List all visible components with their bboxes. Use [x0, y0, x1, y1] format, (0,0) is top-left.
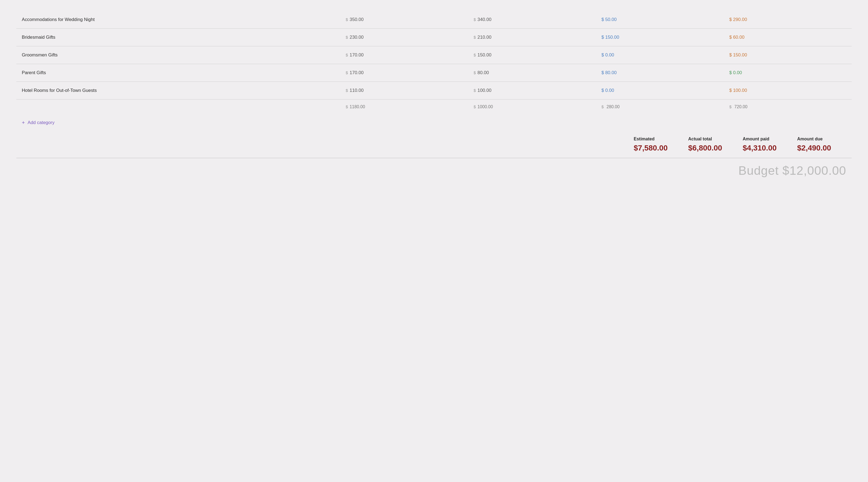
budget-total-section: Budget $12,000.00: [17, 158, 851, 180]
dollar-icon: $: [346, 35, 348, 39]
row-due: $ 150.00: [724, 46, 851, 64]
summary-col-label: Amount paid: [743, 137, 786, 141]
row-paid: $ 50.00: [596, 11, 723, 29]
row-due: $ 60.00: [724, 29, 851, 46]
summary-col-label: Amount due: [797, 137, 841, 141]
total-actual: $1000.00: [468, 100, 596, 114]
dollar-icon: $: [346, 88, 348, 93]
dollar-icon: $: [473, 53, 476, 57]
row-estimated: $110.00: [340, 82, 468, 100]
row-actual: $80.00: [468, 64, 596, 82]
summary-col-value: $7,580.00: [634, 144, 677, 152]
totals-row: $1180.00 $1000.00 $ 280.00 $ 720.00: [17, 100, 851, 114]
total-estimated: $1180.00: [340, 100, 468, 114]
summary-col-label: Actual total: [688, 137, 732, 141]
dollar-icon: $: [346, 70, 348, 75]
row-name: Accommodations for Wedding Night: [17, 11, 340, 29]
table-row: Hotel Rooms for Out-of-Town Guests $110.…: [17, 82, 851, 100]
table-row: Parent Gifts $170.00 $80.00 $ 80.00 $ 0.…: [17, 64, 851, 82]
row-paid: $ 150.00: [596, 29, 723, 46]
dollar-icon: $: [473, 17, 476, 22]
row-actual: $150.00: [468, 46, 596, 64]
summary-section: Estimated $7,580.00 Actual total $6,800.…: [17, 129, 851, 155]
budget-total: Budget $12,000.00: [738, 164, 846, 177]
dollar-icon: $: [473, 88, 476, 93]
summary-col-1: Actual total $6,800.00: [683, 137, 737, 152]
row-name: Bridesmaid Gifts: [17, 29, 340, 46]
dollar-icon: $: [473, 35, 476, 39]
row-estimated: $170.00: [340, 46, 468, 64]
row-name: Groomsmen Gifts: [17, 46, 340, 64]
total-paid: $ 280.00: [596, 100, 723, 114]
row-due: $ 100.00: [724, 82, 851, 100]
table-row: Accommodations for Wedding Night $350.00…: [17, 11, 851, 29]
plus-icon: +: [22, 120, 25, 126]
row-actual: $100.00: [468, 82, 596, 100]
row-actual: $210.00: [468, 29, 596, 46]
row-paid: $ 80.00: [596, 64, 723, 82]
dollar-icon: $: [346, 17, 348, 22]
summary-col-value: $4,310.00: [743, 144, 786, 152]
summary-col-0: Estimated $7,580.00: [628, 137, 683, 152]
dollar-icon: $: [346, 53, 348, 57]
row-name: Hotel Rooms for Out-of-Town Guests: [17, 82, 340, 100]
total-due: $ 720.00: [724, 100, 851, 114]
summary-col-value: $2,490.00: [797, 144, 841, 152]
add-category-button[interactable]: + Add category: [17, 114, 851, 129]
row-due: $ 0.00: [724, 64, 851, 82]
row-estimated: $170.00: [340, 64, 468, 82]
row-name: Parent Gifts: [17, 64, 340, 82]
table-row: Bridesmaid Gifts $230.00 $210.00 $ 150.0…: [17, 29, 851, 46]
summary-columns: Estimated $7,580.00 Actual total $6,800.…: [628, 137, 846, 152]
summary-col-2: Amount paid $4,310.00: [737, 137, 792, 152]
row-estimated: $230.00: [340, 29, 468, 46]
row-actual: $340.00: [468, 11, 596, 29]
row-due: $ 290.00: [724, 11, 851, 29]
dollar-icon: $: [473, 70, 476, 75]
summary-col-label: Estimated: [634, 137, 677, 141]
summary-col-value: $6,800.00: [688, 144, 732, 152]
budget-table: Accommodations for Wedding Night $350.00…: [17, 11, 851, 114]
row-estimated: $350.00: [340, 11, 468, 29]
add-category-label: Add category: [28, 120, 55, 125]
row-paid: $ 0.00: [596, 46, 723, 64]
row-paid: $ 0.00: [596, 82, 723, 100]
table-row: Groomsmen Gifts $170.00 $150.00 $ 0.00 $…: [17, 46, 851, 64]
totals-spacer: [17, 100, 340, 114]
summary-col-3: Amount due $2,490.00: [792, 137, 846, 152]
